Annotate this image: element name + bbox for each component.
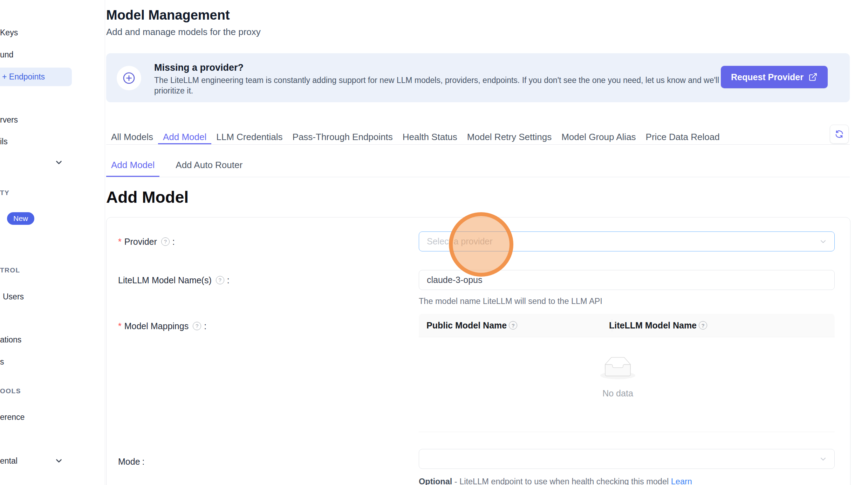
model-name-help: The model name LiteLLM will send to the … xyxy=(419,296,602,306)
mode-select[interactable] xyxy=(419,449,835,469)
new-badge: New xyxy=(7,212,34,225)
subtab-add-model[interactable]: Add Model xyxy=(106,157,159,177)
empty-box-icon xyxy=(600,357,635,379)
page-title: Model Management xyxy=(106,8,230,23)
column-litellm-model-name: LiteLLM Model Name ? xyxy=(604,320,708,331)
mode-label: Mode : xyxy=(118,455,145,468)
sidebar-section-access-control: TROL xyxy=(0,265,20,275)
model-mappings-table: Public Model Name ? LiteLLM Model Name ? xyxy=(419,314,835,432)
tabs-divider xyxy=(106,144,850,145)
add-model-heading: Add Model xyxy=(106,188,189,207)
help-icon[interactable]: ? xyxy=(216,276,224,284)
sidebar-item-experimental[interactable]: ental xyxy=(0,455,18,467)
provider-placeholder: Select a provider xyxy=(427,236,493,247)
model-name-label: LiteLLM Model Name(s) ? : xyxy=(118,274,230,286)
tab-model-retry-settings[interactable]: Model Retry Settings xyxy=(462,130,556,144)
tab-all-models[interactable]: All Models xyxy=(106,130,158,144)
sidebar-section-observability: TY xyxy=(0,188,9,198)
tab-health-status[interactable]: Health Status xyxy=(398,130,462,144)
sidebar-item-teams[interactable]: s xyxy=(0,355,4,368)
sidebar: Keys und + Endpoints rvers ils TY New TR… xyxy=(0,0,105,485)
refresh-button[interactable] xyxy=(830,125,849,144)
tab-llm-credentials[interactable]: LLM Credentials xyxy=(211,130,287,144)
sidebar-item-virtual-keys[interactable]: Keys xyxy=(0,26,18,39)
colon: : xyxy=(227,274,230,286)
learn-link[interactable]: Learn xyxy=(671,477,692,485)
column-public-model-name: Public Model Name ? xyxy=(419,320,604,331)
chevron-down-icon[interactable] xyxy=(54,158,63,167)
banner-title: Missing a provider? xyxy=(154,62,244,73)
sidebar-item-playground[interactable]: und xyxy=(0,48,13,61)
model-mappings-label-text: Model Mappings xyxy=(124,320,189,332)
model-mappings-label: * Model Mappings ? : xyxy=(118,320,206,332)
mode-help-text: - LiteLLM endpoint to use when health ch… xyxy=(454,477,669,485)
missing-provider-banner: Missing a provider? The LiteLLM engineer… xyxy=(106,53,850,102)
subtabs-divider xyxy=(106,177,850,177)
model-name-input[interactable]: claude-3-opus xyxy=(419,270,835,290)
refresh-icon xyxy=(834,129,844,139)
sidebar-section-tools: OOLS xyxy=(0,386,21,396)
chevron-down-icon[interactable] xyxy=(54,456,63,465)
provider-select[interactable]: Select a provider xyxy=(419,231,835,251)
mode-help: Optional - LiteLLM endpoint to use when … xyxy=(419,476,692,485)
column-divider xyxy=(612,319,612,332)
required-marker: * xyxy=(118,235,122,248)
colon: : xyxy=(172,235,175,248)
help-icon[interactable]: ? xyxy=(699,321,707,330)
sidebar-item-guardrails[interactable]: ils xyxy=(0,135,8,148)
sidebar-item-internal-users[interactable]: Users xyxy=(3,290,24,303)
chevron-down-icon xyxy=(819,237,827,246)
chevron-down-icon xyxy=(819,455,827,463)
tab-price-data-reload[interactable]: Price Data Reload xyxy=(641,130,725,144)
help-icon[interactable]: ? xyxy=(161,237,170,246)
tab-model-group-alias[interactable]: Model Group Alias xyxy=(556,130,641,144)
help-icon[interactable]: ? xyxy=(509,321,517,330)
provider-label: * Provider ? : xyxy=(118,235,175,248)
required-marker: * xyxy=(118,320,122,332)
subtab-bar: Add Model Add Auto Router xyxy=(106,157,247,177)
sidebar-item-inference[interactable]: erence xyxy=(0,411,25,423)
tab-bar: All Models Add Model LLM Credentials Pas… xyxy=(106,130,725,144)
tab-add-model[interactable]: Add Model xyxy=(158,130,211,144)
model-name-value: claude-3-opus xyxy=(427,275,482,285)
provider-label-text: Provider xyxy=(124,235,157,248)
mode-help-bold: Optional xyxy=(419,477,452,485)
external-link-icon xyxy=(808,72,818,82)
mode-label-text: Mode xyxy=(118,455,140,468)
plus-circle-icon xyxy=(117,66,141,90)
table-header: Public Model Name ? LiteLLM Model Name ? xyxy=(419,314,835,337)
tab-pass-through-endpoints[interactable]: Pass-Through Endpoints xyxy=(288,130,398,144)
sidebar-item-models-endpoints[interactable]: + Endpoints xyxy=(2,70,45,83)
no-data-text: No data xyxy=(588,388,648,399)
model-management-page: Keys und + Endpoints rvers ils TY New TR… xyxy=(0,0,868,485)
subtab-add-auto-router[interactable]: Add Auto Router xyxy=(171,157,247,177)
help-icon[interactable]: ? xyxy=(193,322,201,330)
colon: : xyxy=(204,320,206,332)
request-provider-label: Request Provider xyxy=(731,72,804,82)
model-name-label-text: LiteLLM Model Name(s) xyxy=(118,274,212,286)
page-subtitle: Add and manage models for the proxy xyxy=(106,27,261,37)
banner-description: The LiteLLM engineering team is constant… xyxy=(154,75,722,96)
sidebar-item-organizations[interactable]: ations xyxy=(0,333,21,346)
request-provider-button[interactable]: Request Provider xyxy=(721,66,828,88)
empty-state: No data xyxy=(588,357,648,399)
table-body: No data xyxy=(419,337,835,432)
colon: : xyxy=(142,455,145,468)
sidebar-item-mcp-servers[interactable]: rvers xyxy=(0,113,18,126)
